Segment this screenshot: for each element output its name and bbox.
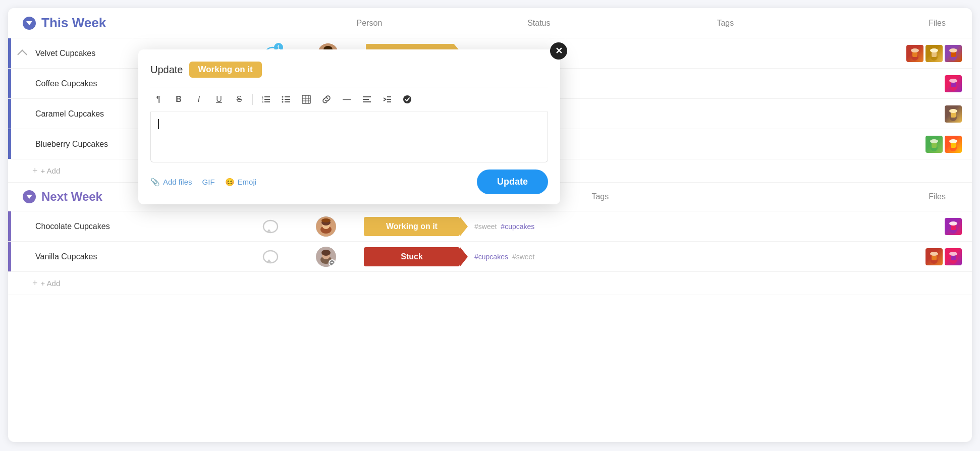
gif-label: GIF xyxy=(202,178,215,186)
popup-update-label: Update xyxy=(150,64,183,76)
cell-status[interactable]: Stuck xyxy=(356,247,467,266)
add-files-link[interactable]: 📎 Add files xyxy=(150,178,192,187)
row-indicator xyxy=(8,211,11,241)
col-header-person: Person xyxy=(285,19,454,28)
editor-area[interactable] xyxy=(150,112,548,162)
svg-marker-50 xyxy=(267,229,271,232)
toolbar-unordered-list[interactable] xyxy=(278,91,294,107)
row-indicator xyxy=(8,38,11,68)
toolbar-underline[interactable]: U xyxy=(211,91,227,107)
row-indicator xyxy=(8,99,11,129)
cell-files xyxy=(764,248,972,265)
file-thumb xyxy=(906,45,923,62)
svg-point-67 xyxy=(930,252,938,256)
cell-tags: #sweet #cupcakes xyxy=(467,222,764,231)
svg-point-82 xyxy=(282,101,284,103)
comment-icon xyxy=(262,248,279,265)
toolbar-align[interactable] xyxy=(359,91,375,107)
status-badge: Stuck xyxy=(364,247,460,266)
cell-files xyxy=(764,218,972,235)
toolbar-indent[interactable] xyxy=(379,91,395,107)
emoji-label: Emoji xyxy=(238,178,257,186)
this-week-section-title: This Week xyxy=(22,15,285,31)
svg-point-34 xyxy=(949,109,957,113)
tag: #cupcakes xyxy=(474,253,508,261)
toolbar-check[interactable] xyxy=(399,91,415,107)
this-week-collapse-icon[interactable] xyxy=(22,16,36,30)
task-name: Chocolate Cupcakes xyxy=(28,222,245,231)
add-label-section2: + Add xyxy=(41,279,61,288)
svg-rect-83 xyxy=(302,95,310,103)
this-week-title: This Week xyxy=(41,15,106,31)
svg-text:3: 3 xyxy=(262,100,263,103)
add-files-label: Add files xyxy=(163,178,192,186)
cell-comment[interactable] xyxy=(245,248,296,265)
emoji-link[interactable]: 😊 Emoji xyxy=(225,178,257,187)
row-indicator xyxy=(8,242,11,271)
cell-person: − xyxy=(296,247,356,267)
toolbar-ordered-list[interactable]: 123 xyxy=(258,91,274,107)
file-thumb xyxy=(925,136,943,153)
toolbar-italic[interactable]: I xyxy=(191,91,207,107)
svg-point-80 xyxy=(282,96,284,98)
toolbar-hr[interactable]: — xyxy=(339,91,355,107)
this-week-header: This Week Person Status Tags Files xyxy=(8,8,972,38)
toolbar-paragraph[interactable]: ¶ xyxy=(150,91,167,107)
file-thumb xyxy=(945,105,962,123)
toolbar-link[interactable] xyxy=(318,91,335,107)
file-thumb xyxy=(945,45,962,62)
task-name: Vanilla Cupcakes xyxy=(28,252,245,261)
file-thumb xyxy=(925,45,943,62)
file-thumb xyxy=(945,75,962,92)
next-week-collapse-icon[interactable] xyxy=(22,190,36,204)
comment-icon xyxy=(262,218,279,235)
row-indicator xyxy=(8,69,11,98)
svg-marker-60 xyxy=(267,259,271,262)
cell-files xyxy=(764,75,972,92)
paperclip-icon: 📎 xyxy=(150,178,160,187)
cell-person xyxy=(296,216,356,237)
gif-link[interactable]: GIF xyxy=(202,178,215,186)
avatar: − xyxy=(316,247,336,267)
svg-point-43 xyxy=(930,139,938,143)
cell-files xyxy=(765,45,972,62)
row-indicator xyxy=(8,129,11,159)
plus-icon: + xyxy=(32,165,38,176)
add-row-section2[interactable]: + + Add xyxy=(8,272,972,295)
tag: #sweet xyxy=(474,222,497,231)
svg-point-94 xyxy=(403,95,411,103)
svg-point-81 xyxy=(282,99,284,100)
cell-status[interactable]: Working on it xyxy=(356,217,467,236)
table-row: Vanilla Cupcakes − xyxy=(8,242,972,272)
close-popup-button[interactable]: ✕ xyxy=(550,42,567,60)
svg-point-25 xyxy=(949,79,957,83)
col-header-files: Files xyxy=(827,19,958,28)
table-row: Chocolate Cupcakes Working o xyxy=(8,211,972,242)
next-week-title: Next Week xyxy=(41,190,102,204)
svg-point-70 xyxy=(949,252,957,256)
svg-point-64 xyxy=(321,250,331,256)
collapse-arrow-icon xyxy=(17,49,27,60)
update-button[interactable]: Update xyxy=(477,170,548,194)
cell-tags: #cupcakes #sweet xyxy=(467,253,764,261)
popup-footer: 📎 Add files GIF 😊 Emoji Update xyxy=(150,170,548,194)
toolbar-table[interactable] xyxy=(298,91,314,107)
col-header2-files: Files xyxy=(744,192,958,201)
row-collapse-btn[interactable] xyxy=(14,50,28,57)
svg-point-16 xyxy=(949,48,957,52)
avatar xyxy=(316,216,336,237)
popup-status-tag: Working on it xyxy=(189,62,262,78)
cell-files xyxy=(764,105,972,123)
toolbar-strikethrough[interactable]: S xyxy=(231,91,247,107)
editor-toolbar: ¶ B I U S 123 — xyxy=(150,87,548,112)
file-thumb xyxy=(945,136,962,153)
svg-point-10 xyxy=(911,48,919,52)
plus-icon: + xyxy=(32,278,38,289)
status-badge: Working on it xyxy=(364,217,460,236)
editor-cursor xyxy=(158,119,159,129)
col-header-tags: Tags xyxy=(624,19,827,28)
popup-header: Update Working on it xyxy=(150,62,548,78)
toolbar-bold[interactable]: B xyxy=(171,91,187,107)
cell-comment[interactable] xyxy=(245,218,296,235)
add-label-section1: + Add xyxy=(41,166,61,175)
